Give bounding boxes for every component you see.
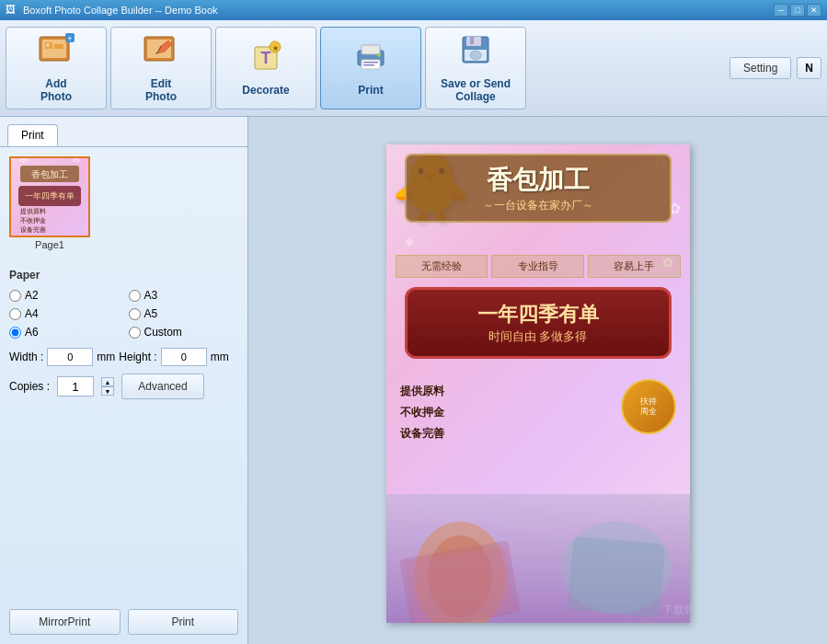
svg-text:不收押金: 不收押金	[20, 217, 46, 224]
svg-text:一年四季有单: 一年四季有单	[25, 191, 75, 201]
advanced-button[interactable]: Advanced	[121, 374, 204, 399]
support-badge: 扶持周全	[621, 379, 676, 434]
print-action-button[interactable]: Print	[128, 609, 239, 635]
page-preview: ❄ ✿ ❄ ✿ ❄ ✿ 🐥 香包加工 ～一台设备在家办厂～ 无需经验	[386, 144, 690, 623]
copies-row: Copies : ▲ ▼ Advanced	[9, 374, 238, 399]
thumb-preview: 香包加工 ❄ ❄ 一年四季有单 提供原料 不收押金 设备完善	[11, 158, 88, 236]
svg-text:+: +	[67, 34, 72, 43]
edit-photo-button[interactable]: EditPhoto	[110, 27, 212, 109]
paper-a4[interactable]: A4	[9, 307, 120, 320]
svg-rect-3	[54, 44, 63, 49]
decorate-label: Decorate	[242, 84, 289, 97]
feature-1: 提供原料	[400, 384, 444, 399]
copies-input[interactable]	[57, 376, 94, 397]
nav-button[interactable]: N	[797, 57, 821, 79]
paper-a6[interactable]: A6	[9, 326, 120, 339]
add-photo-label: AddPhoto	[40, 77, 72, 104]
maximize-button[interactable]: □	[790, 4, 805, 17]
thumbnail-label: Page1	[35, 239, 64, 250]
svg-text:下载吧: 下载吧	[662, 604, 690, 616]
save-send-label: Save or SendCollage	[441, 77, 511, 104]
paper-a3[interactable]: A3	[129, 289, 239, 302]
main-canvas: ❄ ✿ ❄ ✿ ❄ ✿ 🐥 香包加工 ～一台设备在家办厂～ 无需经验	[248, 117, 827, 644]
copies-up-button[interactable]: ▲	[101, 377, 114, 386]
collage-image: ❄ ✿ ❄ ✿ ❄ ✿ 🐥 香包加工 ～一台设备在家办厂～ 无需经验	[386, 144, 690, 623]
thumbnail-area: 香包加工 ❄ ❄ 一年四季有单 提供原料 不收押金 设备完善	[9, 156, 238, 250]
print-tab[interactable]: Print	[7, 124, 58, 146]
svg-rect-17	[363, 64, 374, 66]
paper-options: A2 A3 A4 A5	[9, 289, 238, 339]
edit-photo-icon	[143, 33, 179, 74]
paper-a5[interactable]: A5	[129, 307, 239, 320]
paper-title: Paper	[9, 269, 238, 282]
paper-custom[interactable]: Custom	[129, 326, 239, 339]
toolbar-right: Setting N	[729, 57, 821, 79]
banner-title: 香包加工	[414, 163, 662, 198]
feature-2: 不收押金	[400, 405, 444, 420]
window-title: Boxoft Photo Collage Builder -- Demo Boo…	[23, 5, 774, 16]
svg-point-4	[46, 43, 50, 47]
svg-point-18	[377, 53, 381, 57]
add-photo-icon: +	[38, 33, 75, 74]
svg-text:❄: ❄	[18, 158, 29, 167]
paper-section: Paper A2 A3 A4	[9, 269, 238, 408]
main-window: 🖼 Boxoft Photo Collage Builder -- Demo B…	[0, 0, 827, 644]
save-send-icon	[457, 33, 494, 74]
mid-banner-2: 专业指导	[491, 255, 584, 278]
copies-down-button[interactable]: ▼	[101, 386, 114, 396]
features-list: 提供原料 不收押金 设备完善	[400, 384, 444, 447]
minimize-button[interactable]: ─	[774, 4, 788, 17]
add-photo-button[interactable]: + AddPhoto	[6, 27, 107, 109]
left-panel: Print	[0, 117, 248, 644]
width-unit: mm	[97, 351, 115, 363]
svg-point-23	[470, 51, 481, 60]
height-label: Height :	[119, 351, 156, 363]
main-banner: 一年四季有单 时间自由 多做多得	[405, 287, 672, 359]
paper-custom-radio[interactable]	[129, 327, 141, 339]
svg-text:★: ★	[272, 44, 279, 52]
mirror-print-button[interactable]: MirrorPrint	[9, 609, 121, 635]
mid-banner-1: 无需经验	[396, 255, 488, 278]
copies-spinner: ▲ ▼	[101, 377, 114, 396]
svg-rect-21	[470, 37, 474, 44]
decorate-button[interactable]: T ★ Decorate	[215, 27, 316, 109]
height-input[interactable]	[161, 348, 207, 366]
svg-text:❄: ❄	[71, 158, 82, 167]
width-label: Width :	[9, 351, 43, 363]
paper-a4-radio[interactable]	[9, 308, 21, 320]
title-bar: 🖼 Boxoft Photo Collage Builder -- Demo B…	[0, 0, 827, 20]
print-label: Print	[358, 84, 383, 97]
banner-subtitle: ～一台设备在家办厂～	[414, 198, 662, 213]
svg-text:设备完善: 设备完善	[20, 225, 46, 234]
copies-label: Copies :	[9, 380, 50, 393]
width-input[interactable]	[47, 348, 93, 366]
print-button[interactable]: Print	[320, 27, 421, 109]
width-row: Width : mm Height : mm	[9, 348, 238, 366]
tab-content: 香包加工 ❄ ❄ 一年四季有单 提供原料 不收押金 设备完善	[0, 146, 247, 644]
bottom-image: 下载吧	[386, 494, 690, 623]
support-text: 扶持周全	[640, 397, 657, 417]
svg-text:香包加工: 香包加工	[31, 169, 68, 179]
svg-text:T: T	[261, 49, 271, 67]
svg-rect-1	[42, 40, 66, 58]
height-unit: mm	[211, 351, 229, 363]
app-icon: 🖼	[6, 4, 18, 17]
decorate-icon: T ★	[247, 40, 284, 80]
paper-a2-radio[interactable]	[9, 290, 21, 302]
paper-a6-radio[interactable]	[9, 327, 21, 339]
paper-a3-radio[interactable]	[129, 290, 141, 302]
feature-3: 设备完善	[400, 426, 444, 442]
title-controls: ─ □ ✕	[774, 4, 821, 17]
main-banner-title: 一年四季有单	[419, 301, 658, 328]
paper-a5-radio[interactable]	[129, 308, 141, 320]
save-send-button[interactable]: Save or SendCollage	[425, 27, 526, 109]
setting-button[interactable]: Setting	[729, 57, 791, 79]
svg-text:提供原料: 提供原料	[20, 208, 46, 215]
page1-thumbnail[interactable]: 香包加工 ❄ ❄ 一年四季有单 提供原料 不收押金 设备完善	[9, 156, 90, 250]
tab-bar: Print	[0, 117, 247, 146]
content-area: Print	[0, 117, 827, 644]
svg-rect-14	[362, 45, 380, 54]
paper-a2[interactable]: A2	[9, 289, 120, 302]
close-button[interactable]: ✕	[807, 4, 821, 17]
bottom-buttons: MirrorPrint Print	[9, 609, 238, 635]
